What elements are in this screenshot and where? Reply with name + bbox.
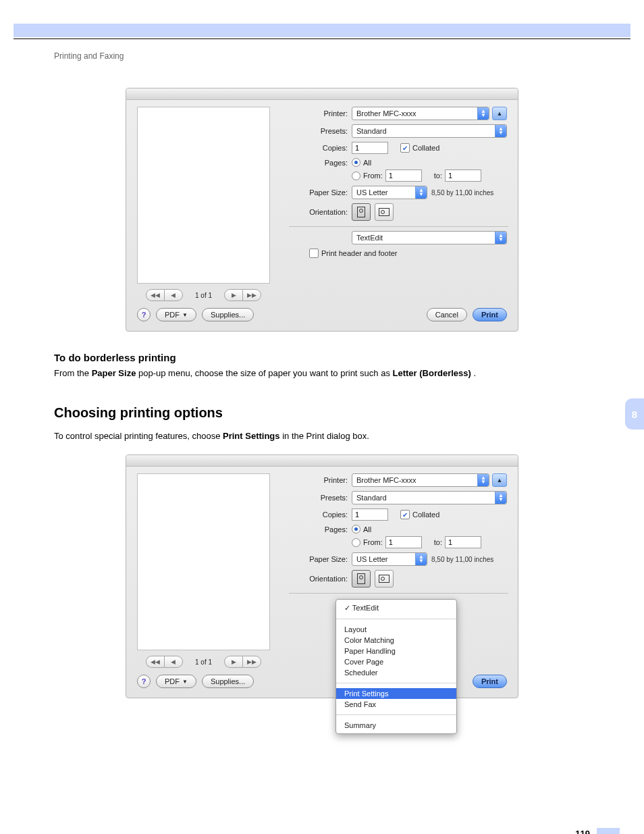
running-header: Printing and Faxing (54, 51, 644, 61)
pager-last-button[interactable]: ▶▶ (242, 656, 261, 668)
printer-label: Printer: (290, 109, 352, 118)
paper-size-label: Paper Size: (290, 555, 352, 563)
printer-select[interactable]: Brother MFC-xxxx ▲▼ (352, 473, 489, 487)
paper-dimensions: 8,50 by 11,00 inches (431, 556, 493, 563)
print-dialog-textedit: ◀◀ ◀ 1 of 1 ▶ ▶▶ (126, 88, 518, 332)
cancel-button[interactable]: Cancel (427, 308, 467, 321)
pager-prev-button[interactable]: ◀ (164, 289, 183, 301)
menu-item-cover-page[interactable]: Cover Page (336, 656, 456, 667)
updown-icon: ▲▼ (477, 474, 489, 486)
menu-item-textedit[interactable]: TextEdit (336, 602, 456, 614)
copies-input[interactable] (352, 509, 388, 521)
landscape-icon (379, 575, 390, 583)
print-button[interactable]: Print (473, 675, 507, 688)
header-footer-checkbox[interactable] (309, 249, 319, 258)
portrait-icon (357, 573, 365, 584)
presets-label: Presets: (290, 127, 352, 135)
orientation-landscape-button[interactable] (375, 570, 394, 588)
presets-label: Presets: (290, 494, 352, 502)
print-preview-pane (137, 107, 270, 284)
updown-icon: ▲▼ (415, 553, 427, 565)
collated-checkbox[interactable]: ✔ (400, 143, 410, 153)
collated-checkbox[interactable]: ✔ (400, 510, 410, 519)
options-body: To control special printing features, ch… (54, 430, 590, 442)
copies-input[interactable] (352, 142, 388, 154)
options-heading: Choosing printing options (54, 405, 590, 421)
pages-all-label: All (363, 159, 371, 167)
printer-status-button[interactable]: ▲ (492, 107, 507, 120)
print-preview-pane (137, 473, 270, 650)
menu-item-print-settings[interactable]: Print Settings (336, 688, 456, 699)
pages-range-radio[interactable] (352, 538, 360, 547)
updown-icon: ▲▼ (495, 232, 506, 244)
pager-first-button[interactable]: ◀◀ (146, 656, 164, 668)
pages-to-label: to: (434, 538, 442, 546)
pages-label: Pages: (290, 159, 352, 167)
page-header-bar (14, 24, 630, 37)
pages-from-label: From: (363, 172, 383, 180)
orientation-portrait-button[interactable] (352, 203, 371, 221)
pages-all-radio[interactable] (352, 525, 360, 533)
pdf-menu-button[interactable]: PDF▼ (156, 675, 196, 688)
pager-next-button[interactable]: ▶ (224, 289, 242, 301)
collated-label: Collated (412, 144, 439, 152)
menu-item-summary[interactable]: Summary (336, 720, 456, 731)
page-number-accent (597, 828, 620, 834)
section-popup-menu[interactable]: TextEdit Layout Color Matching Paper Han… (336, 599, 457, 734)
preview-pager: ◀◀ ◀ 1 of 1 ▶ ▶▶ (137, 656, 270, 668)
updown-icon: ▲▼ (477, 107, 489, 120)
orientation-label: Orientation: (290, 575, 352, 583)
borderless-heading: To do borderless printing (54, 352, 590, 363)
chapter-tab: 8 (625, 398, 644, 429)
supplies-button[interactable]: Supplies... (202, 308, 254, 321)
pages-from-label: From: (363, 538, 383, 546)
portrait-icon (357, 207, 365, 217)
print-section-select[interactable]: TextEdit ▲▼ (352, 231, 507, 244)
dialog-titlebar (126, 455, 518, 467)
orientation-portrait-button[interactable] (352, 570, 371, 588)
print-dialog-menu-open: ◀◀ ◀ 1 of 1 ▶ ▶▶ (126, 454, 518, 698)
print-button[interactable]: Print (473, 308, 507, 321)
paper-dimensions: 8,50 by 11,00 inches (431, 189, 493, 197)
pager-next-button[interactable]: ▶ (224, 656, 242, 668)
pages-range-radio[interactable] (352, 172, 360, 180)
menu-item-layout[interactable]: Layout (336, 624, 456, 635)
pager-last-button[interactable]: ▶▶ (242, 289, 261, 301)
paper-size-select[interactable]: US Letter ▲▼ (352, 552, 427, 566)
page-number: 119 (575, 829, 590, 834)
updown-icon: ▲▼ (495, 125, 506, 137)
pages-from-input[interactable] (385, 170, 422, 182)
pages-to-input[interactable] (445, 536, 481, 548)
presets-select[interactable]: Standard ▲▼ (352, 491, 507, 504)
pager-status: 1 of 1 (195, 658, 212, 666)
help-button[interactable]: ? (137, 675, 151, 688)
menu-item-scheduler[interactable]: Scheduler (336, 667, 456, 678)
printer-label: Printer: (290, 476, 352, 484)
copies-label: Copies: (290, 511, 352, 519)
pager-prev-button[interactable]: ◀ (164, 656, 183, 668)
pdf-menu-button[interactable]: PDF▼ (156, 308, 196, 321)
landscape-icon (379, 208, 390, 216)
pager-status: 1 of 1 (195, 292, 212, 299)
page-header-line (14, 38, 630, 39)
pager-first-button[interactable]: ◀◀ (146, 289, 164, 301)
menu-item-paper-handling[interactable]: Paper Handling (336, 646, 456, 656)
collated-label: Collated (412, 511, 439, 519)
printer-status-button[interactable]: ▲ (492, 473, 507, 487)
menu-item-color-matching[interactable]: Color Matching (336, 635, 456, 646)
paper-size-select[interactable]: US Letter ▲▼ (352, 186, 427, 199)
pages-to-input[interactable] (445, 170, 481, 182)
orientation-landscape-button[interactable] (375, 203, 394, 221)
pages-label: Pages: (290, 525, 352, 533)
pages-all-radio[interactable] (352, 158, 360, 167)
menu-item-send-fax[interactable]: Send Fax (336, 699, 456, 710)
updown-icon: ▲▼ (495, 492, 506, 504)
orientation-label: Orientation: (290, 208, 352, 216)
presets-select[interactable]: Standard ▲▼ (352, 124, 507, 138)
dialog-titlebar (126, 88, 518, 100)
printer-select[interactable]: Brother MFC-xxxx ▲▼ (352, 107, 489, 120)
help-button[interactable]: ? (137, 308, 151, 321)
pages-from-input[interactable] (385, 536, 422, 548)
supplies-button[interactable]: Supplies... (202, 675, 254, 688)
pages-to-label: to: (434, 172, 442, 180)
